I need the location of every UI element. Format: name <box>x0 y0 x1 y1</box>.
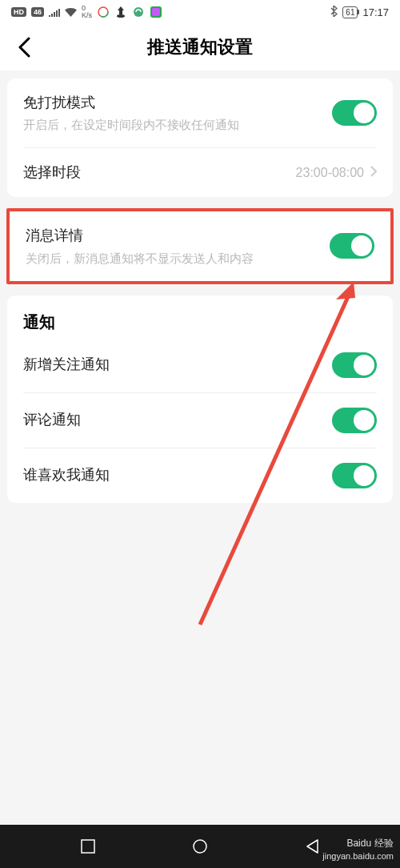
dnd-subtitle: 开启后，在设定时间段内不接收任何通知 <box>23 116 332 133</box>
watermark-brand: Baidu <box>346 838 371 849</box>
svg-point-10 <box>194 840 206 853</box>
dnd-toggle[interactable] <box>332 100 377 126</box>
new-follower-title: 新增关注通知 <box>23 355 110 375</box>
like-title: 谁喜欢我通知 <box>23 465 110 485</box>
header: 推送通知设置 <box>0 24 400 70</box>
page-title: 推送通知设置 <box>147 35 253 59</box>
row-like: 谁喜欢我通知 <box>7 448 393 503</box>
status-right: 61 17:17 <box>330 6 389 19</box>
chevron-right-icon <box>370 166 377 180</box>
wifi-icon <box>65 8 77 17</box>
row-new-follower: 新增关注通知 <box>7 338 393 392</box>
time-range-title: 选择时段 <box>23 163 296 183</box>
watermark: Baidu 经验 jingyan.baidu.com <box>322 835 394 862</box>
svg-point-4 <box>134 7 143 17</box>
like-toggle[interactable] <box>332 463 377 488</box>
battery-indicator: 61 <box>342 6 358 18</box>
battery-level: 61 <box>346 8 354 17</box>
svg-rect-9 <box>82 840 94 853</box>
square-icon <box>81 839 95 854</box>
signal-icon <box>49 8 60 17</box>
message-detail-title: 消息详情 <box>26 226 330 246</box>
watermark-url: jingyan.baidu.com <box>322 850 394 862</box>
comment-title: 评论通知 <box>23 410 81 430</box>
message-detail-toggle[interactable] <box>330 233 374 259</box>
network-badge: 46 <box>31 7 44 17</box>
circle-icon <box>192 838 208 854</box>
status-left: HD 46 0 K/s <box>11 5 162 19</box>
row-comment: 评论通知 <box>7 393 393 448</box>
app-icon-2 <box>114 6 127 18</box>
row-message-detail: 消息详情 关闭后，新消息通知将不显示发送人和内容 <box>10 211 390 280</box>
clock: 17:17 <box>362 6 389 18</box>
bluetooth-icon <box>330 6 338 19</box>
card-notifications: 通知 新增关注通知 评论通知 谁喜欢我通知 <box>7 295 393 503</box>
nav-recent-button[interactable] <box>64 830 112 862</box>
comment-toggle[interactable] <box>332 408 377 433</box>
message-detail-subtitle: 关闭后，新消息通知将不显示发送人和内容 <box>26 250 330 267</box>
row-time-range[interactable]: 选择时段 23:00-08:00 <box>7 148 393 197</box>
section-header-notifications: 通知 <box>7 295 393 338</box>
app-icon-4 <box>150 6 162 18</box>
card-dnd: 免打扰模式 开启后，在设定时间段内不接收任何通知 选择时段 23:00-08:0… <box>7 78 393 197</box>
status-bar: HD 46 0 K/s 61 17:17 <box>0 0 400 24</box>
hd-badge: HD <box>11 7 26 17</box>
triangle-left-icon <box>306 839 318 854</box>
svg-rect-2 <box>119 10 122 14</box>
chevron-left-icon <box>18 37 30 58</box>
watermark-suffix: 经验 <box>374 838 394 849</box>
row-dnd: 免打扰模式 开启后，在设定时间段内不接收任何通知 <box>7 78 393 147</box>
card-message-detail: 消息详情 关闭后，新消息通知将不显示发送人和内容 <box>10 211 390 280</box>
svg-rect-6 <box>152 8 160 16</box>
app-icon-3 <box>132 6 145 18</box>
back-button[interactable] <box>8 31 40 63</box>
dnd-title: 免打扰模式 <box>23 93 332 113</box>
time-range-value: 23:00-08:00 <box>296 166 364 180</box>
speed-indicator: 0 K/s <box>82 5 92 19</box>
app-icon-1 <box>97 6 110 18</box>
nav-home-button[interactable] <box>176 830 224 862</box>
highlight-annotation: 消息详情 关闭后，新消息通知将不显示发送人和内容 <box>6 208 394 283</box>
content: 免打扰模式 开启后，在设定时间段内不接收任何通知 选择时段 23:00-08:0… <box>0 70 400 503</box>
svg-point-3 <box>117 14 125 18</box>
new-follower-toggle[interactable] <box>332 352 377 378</box>
